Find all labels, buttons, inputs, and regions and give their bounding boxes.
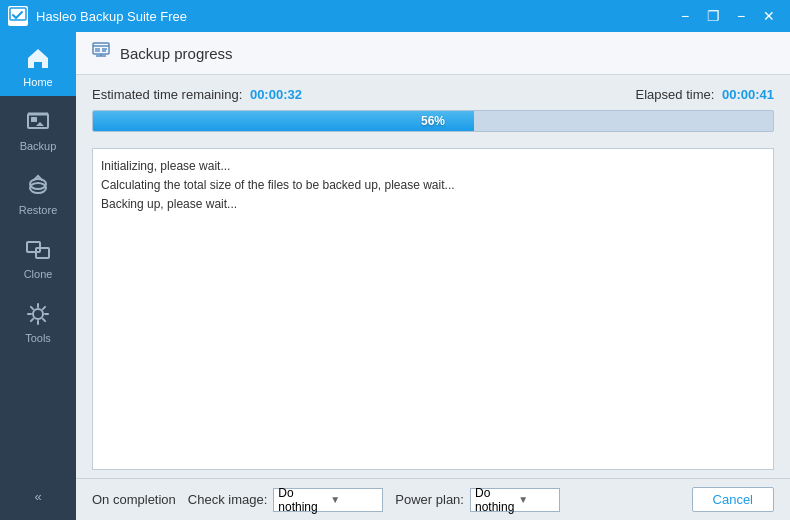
bottom-bar: On completion Check image: Do nothing ▼ … — [76, 478, 790, 520]
section-header: Backup progress — [76, 32, 790, 75]
sidebar-item-clone[interactable]: Clone — [0, 224, 76, 288]
power-plan-value: Do nothing — [475, 486, 514, 514]
close-button[interactable]: ✕ — [756, 5, 782, 27]
sidebar-item-home[interactable]: Home — [0, 32, 76, 96]
power-plan-group: Power plan: Do nothing ▼ — [395, 488, 560, 512]
check-image-group: Check image: Do nothing ▼ — [188, 488, 383, 512]
sidebar: Home Backup Restore — [0, 32, 76, 520]
power-plan-dropdown[interactable]: Do nothing ▼ — [470, 488, 560, 512]
svg-rect-11 — [95, 48, 100, 52]
svg-rect-2 — [31, 117, 37, 122]
sidebar-tools-label: Tools — [25, 332, 51, 344]
sidebar-collapse-button[interactable]: « — [0, 481, 76, 512]
power-plan-label: Power plan: — [395, 492, 464, 507]
log-area: Initializing, please wait... Calculating… — [92, 148, 774, 470]
log-line-3: Backing up, please wait... — [101, 195, 765, 214]
svg-rect-0 — [10, 8, 26, 20]
window-controls: − ❐ − ✕ — [672, 5, 782, 27]
title-bar: Hasleo Backup Suite Free − ❐ − ✕ — [0, 0, 790, 32]
check-image-label: Check image: — [188, 492, 267, 507]
main-layout: Home Backup Restore — [0, 32, 790, 520]
sidebar-clone-label: Clone — [24, 268, 53, 280]
power-plan-arrow: ▼ — [518, 494, 555, 505]
sidebar-backup-label: Backup — [20, 140, 57, 152]
app-icon — [8, 6, 28, 26]
sidebar-home-label: Home — [23, 76, 52, 88]
section-header-icon — [92, 42, 110, 64]
log-line-1: Initializing, please wait... — [101, 157, 765, 176]
on-completion-label: On completion — [92, 492, 176, 507]
estimated-time: Estimated time remaining: 00:00:32 — [92, 87, 302, 102]
sidebar-item-backup[interactable]: Backup — [0, 96, 76, 160]
minimize-button[interactable]: − — [672, 5, 698, 27]
check-image-value: Do nothing — [278, 486, 326, 514]
sidebar-item-tools[interactable]: Tools — [0, 288, 76, 352]
maximize-button[interactable]: ❐ — [700, 5, 726, 27]
content-area: Backup progress Estimated time remaining… — [76, 32, 790, 520]
check-image-dropdown[interactable]: Do nothing ▼ — [273, 488, 383, 512]
app-title: Hasleo Backup Suite Free — [36, 9, 672, 24]
minimize-button2[interactable]: − — [728, 5, 754, 27]
progress-bar-text: 56% — [93, 111, 773, 131]
check-image-arrow: ▼ — [330, 494, 378, 505]
log-line-2: Calculating the total size of the files … — [101, 176, 765, 195]
time-row: Estimated time remaining: 00:00:32 Elaps… — [92, 87, 774, 102]
elapsed-time: Elapsed time: 00:00:41 — [636, 87, 774, 102]
svg-point-8 — [33, 309, 43, 319]
progress-section: Estimated time remaining: 00:00:32 Elaps… — [76, 75, 790, 140]
sidebar-item-restore[interactable]: Restore — [0, 160, 76, 224]
section-title: Backup progress — [120, 45, 233, 62]
sidebar-restore-label: Restore — [19, 204, 58, 216]
cancel-button[interactable]: Cancel — [692, 487, 774, 512]
progress-bar: 56% — [92, 110, 774, 132]
progress-and-log: Estimated time remaining: 00:00:32 Elaps… — [76, 75, 790, 478]
